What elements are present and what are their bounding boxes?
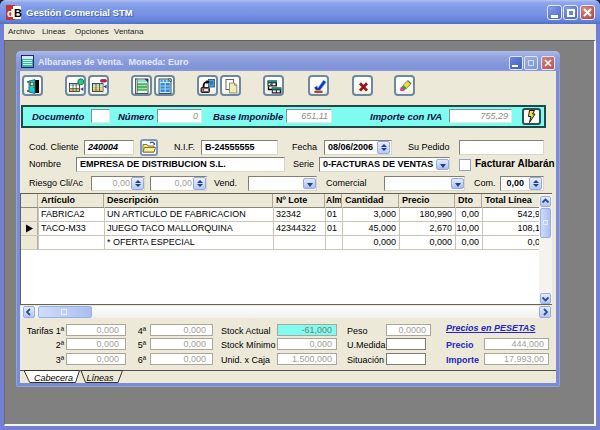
svg-text:Cabecera: Cabecera [34,373,73,383]
svg-text:B: B [14,7,22,19]
svg-text:Líneas: Líneas [86,373,114,383]
svg-text:d: d [7,7,14,19]
